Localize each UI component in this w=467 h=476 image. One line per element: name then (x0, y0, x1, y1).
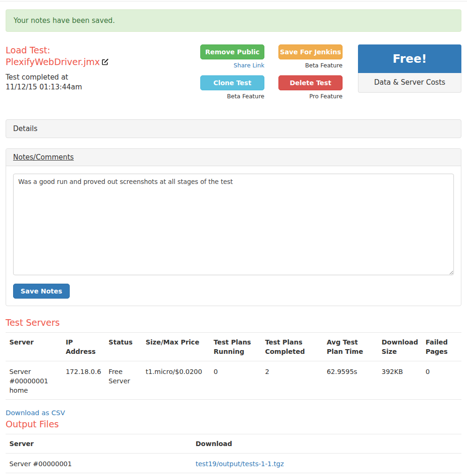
col-status: Status (105, 333, 142, 361)
top-divider (0, 1, 467, 1)
share-link[interactable]: Share Link (200, 62, 264, 69)
cell-test-plans-completed: 2 (261, 361, 323, 400)
col-test-plans-running: Test Plans Running (210, 333, 262, 361)
cost-panel-price: Free! (358, 44, 461, 73)
remove-public-button[interactable]: Remove Public (200, 44, 264, 59)
notes-saved-alert: Your notes have been saved. (6, 9, 461, 32)
notes-comments-toggle[interactable]: Notes/Comments (13, 153, 74, 161)
details-collapse-bar[interactable]: Details (6, 119, 461, 138)
cell-test-plans-running: 0 (210, 361, 262, 400)
col-failed-pages: Failed Pages (422, 333, 461, 361)
output-file-link[interactable]: test19/output/tests-1-1.tgz (196, 460, 284, 468)
cell-download: test19/output/tests-1-1.tgz (192, 453, 461, 473)
notes-panel: Notes/Comments Was a good run and proved… (6, 148, 461, 306)
cell-download-size: 392KB (378, 361, 422, 400)
notes-panel-header: Notes/Comments (6, 149, 461, 166)
cell-ip-address: 172.18.0.6 (62, 361, 105, 400)
pro-feature-label: Pro Feature (278, 93, 343, 100)
delete-test-button[interactable]: Delete Test (278, 75, 343, 90)
cost-panel-subtitle: Data & Server Costs (358, 73, 461, 93)
col-test-plans-completed: Test Plans Completed (261, 333, 323, 361)
notes-panel-body: Was a good run and proved out screenshot… (6, 166, 461, 306)
beta-feature-label: Beta Feature (200, 93, 264, 100)
table-row: Server #00000001 test19/output/tests-1-1… (6, 453, 461, 473)
title-block: Load Test: PlexifyWebDriver.jmx Test com… (6, 44, 200, 92)
col-download-size: Download Size (378, 333, 422, 361)
test-servers-heading: Test Servers (6, 317, 461, 328)
table-header-row: Server IP Address Status Size/Max Price … (6, 333, 461, 361)
action-delete-test: Delete Test Pro Feature (278, 75, 343, 106)
test-completed-text: Test completed at 11/12/15 01:13:44am (6, 73, 200, 92)
save-notes-button[interactable]: Save Notes (13, 284, 70, 299)
download-csv-link[interactable]: Download as CSV (6, 409, 65, 417)
col-ip-address: IP Address (62, 333, 105, 361)
beta-feature-label: Beta Feature (278, 62, 343, 69)
cell-size-max-price: t1.micro/$0.0200 (142, 361, 210, 400)
save-for-jenkins-button[interactable]: Save For Jenkins (278, 44, 343, 59)
cell-server: Server #00000001 home (6, 361, 62, 400)
cell-avg-test-plan-time: 62.9595s (323, 361, 378, 400)
page-title: Load Test: PlexifyWebDriver.jmx (6, 44, 200, 68)
col-download: Download (192, 434, 461, 453)
action-clone-test: Clone Test Beta Feature (200, 75, 264, 106)
col-avg-test-plan-time: Avg Test Plan Time (323, 333, 378, 361)
page-header: Load Test: PlexifyWebDriver.jmx Test com… (6, 44, 461, 106)
col-server: Server (6, 333, 62, 361)
output-files-heading: Output Files (6, 419, 461, 429)
test-actions: Remove Public Share Link Save For Jenkin… (200, 44, 343, 106)
clone-test-button[interactable]: Clone Test (200, 75, 264, 90)
cell-server: Server #00000001 (6, 453, 192, 473)
table-row: Server #00000001 home 172.18.0.6 Free Se… (6, 361, 461, 400)
alert-message: Your notes have been saved. (14, 16, 115, 25)
notes-textarea[interactable]: Was a good run and proved out screenshot… (13, 174, 454, 275)
cell-status: Free Server (105, 361, 142, 400)
test-servers-table: Server IP Address Status Size/Max Price … (6, 332, 461, 400)
test-title-line2: PlexifyWebDriver.jmx (6, 57, 100, 67)
test-title-line1: Load Test: (6, 45, 50, 55)
cell-failed-pages: 0 (422, 361, 461, 400)
edit-test-name-icon[interactable] (102, 57, 109, 68)
col-server: Server (6, 434, 192, 453)
completed-line1: Test completed at (6, 73, 68, 81)
action-remove-public: Remove Public Share Link (200, 44, 264, 75)
action-save-for-jenkins: Save For Jenkins Beta Feature (278, 44, 343, 75)
output-files-table: Server Download Server #00000001 test19/… (6, 434, 461, 473)
col-size-max-price: Size/Max Price (142, 333, 210, 361)
completed-line2: 11/12/15 01:13:44am (6, 83, 82, 91)
details-label: Details (13, 124, 37, 133)
table-header-row: Server Download (6, 434, 461, 453)
cost-panel: Free! Data & Server Costs (358, 44, 461, 93)
